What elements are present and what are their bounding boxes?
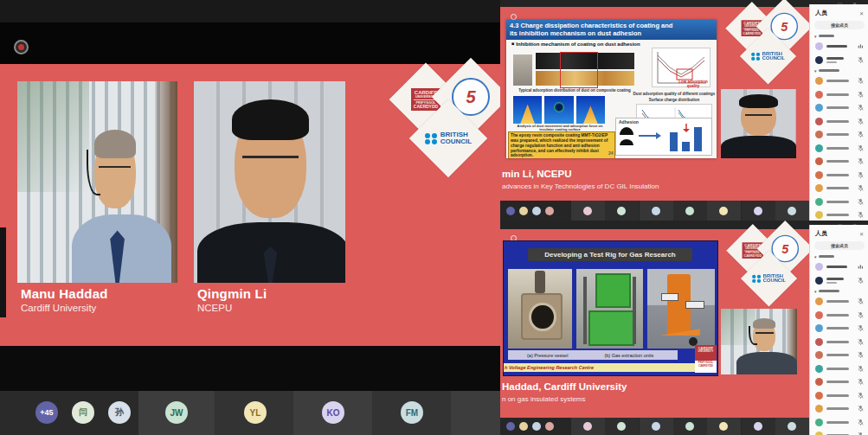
mic-muted-icon[interactable]: [858, 144, 864, 152]
participant-row[interactable]: [810, 101, 868, 115]
participant-row[interactable]: [810, 322, 868, 336]
mic-muted-icon[interactable]: [858, 77, 864, 85]
participant-row[interactable]: [810, 115, 868, 129]
mic-muted-icon[interactable]: [858, 311, 864, 319]
participant-avatar[interactable]: [545, 207, 554, 215]
participant-row[interactable]: [810, 88, 868, 102]
mic-muted-icon[interactable]: [858, 118, 864, 125]
mic-muted-icon[interactable]: [858, 351, 864, 359]
video-tile-segment[interactable]: [775, 418, 809, 435]
search-input[interactable]: 搜索成员: [814, 241, 865, 250]
mic-muted-icon[interactable]: [858, 378, 864, 386]
mic-muted-icon[interactable]: [858, 198, 864, 206]
participant-avatar[interactable]: [754, 422, 762, 431]
participant-avatar[interactable]: [719, 422, 728, 431]
chevron-down-icon[interactable]: ▾: [814, 289, 817, 294]
participant-avatar[interactable]: [754, 207, 762, 215]
video-tile-qingmin-li[interactable]: [194, 81, 345, 283]
participant-avatar[interactable]: 孙: [108, 401, 131, 424]
participant-row[interactable]: [810, 74, 868, 88]
participant-row[interactable]: [810, 389, 868, 403]
video-tile-segment[interactable]: [673, 418, 707, 435]
mic-muted-icon[interactable]: [858, 324, 864, 332]
participant-row[interactable]: [810, 54, 868, 67]
participant-avatar[interactable]: [519, 207, 528, 215]
video-tile-speaker[interactable]: [721, 309, 797, 374]
mic-muted-icon[interactable]: [858, 365, 864, 373]
participant-avatar[interactable]: [532, 422, 541, 431]
video-tile-segment[interactable]: [640, 201, 673, 221]
mic-muted-icon[interactable]: [858, 277, 864, 285]
participant-avatar[interactable]: 闫: [72, 401, 94, 424]
video-tile-speaker[interactable]: [721, 89, 796, 158]
participant-row[interactable]: [810, 195, 868, 209]
participant-avatar[interactable]: FM: [401, 401, 423, 424]
mic-muted-icon[interactable]: [858, 392, 864, 400]
participant-avatar[interactable]: [652, 207, 660, 215]
mic-muted-icon[interactable]: [858, 56, 864, 64]
participant-row[interactable]: [810, 169, 868, 182]
participant-avatar[interactable]: [545, 422, 554, 431]
participant-avatar[interactable]: [617, 422, 626, 431]
participant-row[interactable]: [810, 416, 868, 430]
participant-avatar[interactable]: [583, 207, 592, 215]
mic-muted-icon[interactable]: [858, 338, 864, 346]
chevron-down-icon[interactable]: ▾: [814, 254, 817, 259]
participant-avatar[interactable]: KO: [322, 401, 344, 424]
close-icon[interactable]: ✕: [859, 10, 864, 16]
participant-avatar[interactable]: [685, 207, 694, 215]
close-icon[interactable]: ✕: [859, 231, 864, 237]
participant-row[interactable]: [810, 295, 868, 309]
mic-muted-icon[interactable]: [858, 211, 864, 219]
participant-avatar[interactable]: [617, 207, 626, 215]
mic-muted-icon[interactable]: [858, 297, 864, 305]
participant-avatar[interactable]: [719, 207, 728, 215]
chevron-down-icon[interactable]: ▾: [814, 34, 817, 39]
participant-avatar[interactable]: [532, 207, 541, 215]
participant-avatar[interactable]: [652, 422, 660, 431]
mic-muted-icon[interactable]: [858, 405, 864, 413]
video-tile-segment[interactable]: [451, 391, 500, 435]
video-tile-segment[interactable]: [605, 201, 639, 221]
search-input[interactable]: 搜索成员: [814, 21, 865, 29]
participant-row[interactable]: [810, 208, 868, 221]
video-tile-segment[interactable]: [571, 201, 605, 221]
participant-avatar[interactable]: [583, 422, 592, 431]
participant-row[interactable]: [810, 336, 868, 349]
video-tile-segment[interactable]: [640, 418, 673, 435]
participant-row[interactable]: [810, 142, 868, 156]
mic-muted-icon[interactable]: [858, 419, 864, 426]
participant-avatar[interactable]: [506, 207, 515, 215]
participant-row[interactable]: [810, 182, 868, 195]
chevron-down-icon[interactable]: ▾: [814, 68, 817, 74]
video-tile-manu-haddad[interactable]: [17, 81, 177, 283]
participant-row[interactable]: [810, 402, 868, 416]
participant-avatar[interactable]: [788, 207, 796, 215]
participant-row[interactable]: [810, 375, 868, 389]
participant-avatar[interactable]: YL: [244, 401, 267, 424]
participant-row[interactable]: [810, 40, 868, 54]
mic-muted-icon[interactable]: [858, 432, 864, 435]
video-tile-segment[interactable]: [742, 201, 775, 221]
participant-avatar[interactable]: [506, 422, 515, 431]
mic-muted-icon[interactable]: [858, 131, 864, 138]
mic-muted-icon[interactable]: [858, 157, 864, 165]
mic-muted-icon[interactable]: [858, 91, 864, 99]
participant-avatar[interactable]: [519, 422, 528, 431]
participant-avatar[interactable]: JW: [165, 401, 188, 424]
participant-row[interactable]: [810, 128, 868, 142]
video-tile-segment[interactable]: [742, 418, 775, 435]
participant-avatar[interactable]: [685, 422, 694, 431]
video-tile-segment[interactable]: [571, 418, 605, 435]
mic-muted-icon[interactable]: [858, 184, 864, 192]
participant-avatar[interactable]: +45: [35, 401, 58, 424]
participant-avatar[interactable]: [788, 422, 796, 431]
participant-row[interactable]: [810, 274, 868, 288]
video-tile-segment[interactable]: [673, 201, 707, 221]
participant-row[interactable]: [810, 155, 868, 169]
participant-row[interactable]: [810, 349, 868, 362]
participant-row[interactable]: [810, 362, 868, 376]
participant-row[interactable]: [810, 309, 868, 323]
participant-row[interactable]: [810, 260, 868, 274]
video-tile-segment[interactable]: [707, 418, 741, 435]
